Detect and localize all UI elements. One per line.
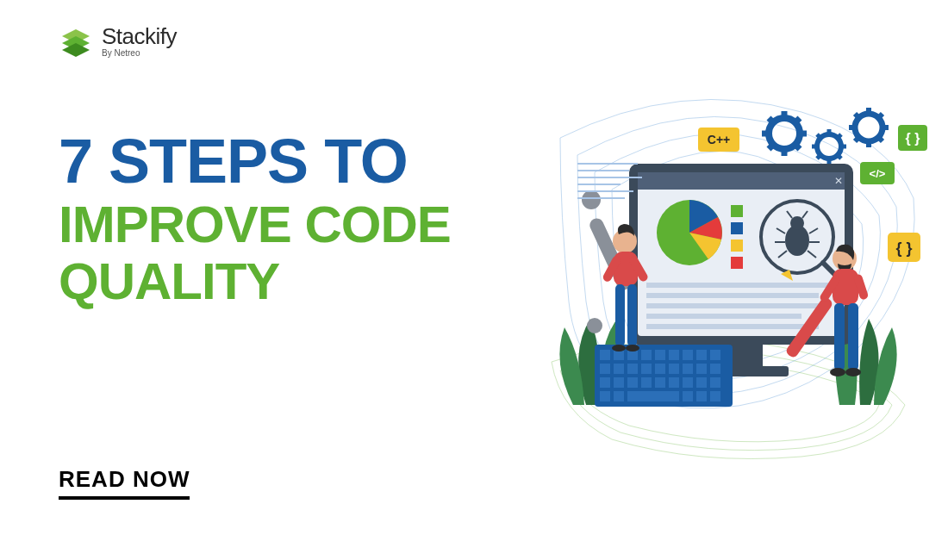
svg-rect-88 xyxy=(696,377,707,388)
svg-rect-4 xyxy=(638,172,845,190)
svg-rect-6 xyxy=(646,293,819,298)
svg-rect-75 xyxy=(641,364,652,374)
svg-point-98 xyxy=(587,318,602,333)
logo-text-group: Stackify By Netreo xyxy=(102,25,177,58)
svg-rect-9 xyxy=(646,324,819,329)
svg-rect-74 xyxy=(627,364,638,374)
svg-rect-5 xyxy=(646,283,836,288)
headline-line1: 7 STEPS TO xyxy=(59,129,541,195)
svg-line-33 xyxy=(795,118,800,122)
svg-rect-102 xyxy=(627,284,637,346)
svg-rect-86 xyxy=(669,377,679,388)
svg-line-42 xyxy=(838,134,841,138)
svg-rect-90 xyxy=(600,391,610,401)
svg-rect-78 xyxy=(683,364,693,374)
logo-brand-name: Stackify xyxy=(102,25,177,47)
svg-line-41 xyxy=(817,134,820,138)
svg-point-104 xyxy=(626,345,639,352)
svg-point-103 xyxy=(612,345,626,352)
svg-point-97 xyxy=(582,190,601,209)
svg-text:{ }: { } xyxy=(895,240,912,257)
svg-rect-11 xyxy=(731,205,743,217)
svg-rect-69 xyxy=(683,350,693,360)
svg-rect-89 xyxy=(710,377,720,388)
svg-rect-101 xyxy=(615,284,625,346)
stackify-logo-icon xyxy=(59,24,93,59)
braces-badge-1: { } xyxy=(898,125,927,151)
svg-line-34 xyxy=(769,145,773,149)
headline-line2: IMPROVE CODE QUALITY xyxy=(59,196,541,310)
svg-point-27 xyxy=(769,118,800,149)
gear-icon xyxy=(762,108,889,164)
keyboard-icon xyxy=(595,345,733,407)
svg-rect-14 xyxy=(731,257,743,269)
braces-badge-2: { } xyxy=(888,233,920,262)
svg-rect-67 xyxy=(655,350,665,360)
brand-logo: Stackify By Netreo xyxy=(59,24,177,59)
svg-rect-68 xyxy=(669,350,679,360)
svg-line-44 xyxy=(838,155,841,159)
svg-rect-112 xyxy=(848,303,858,370)
svg-rect-81 xyxy=(600,377,610,388)
svg-rect-76 xyxy=(655,364,665,374)
code-badge: </> xyxy=(860,162,895,184)
svg-line-43 xyxy=(817,155,820,159)
svg-rect-82 xyxy=(614,377,624,388)
svg-rect-12 xyxy=(731,222,743,234)
svg-line-53 xyxy=(878,137,883,141)
svg-rect-92 xyxy=(627,391,679,401)
svg-rect-13 xyxy=(731,240,743,252)
svg-line-52 xyxy=(855,137,859,141)
svg-rect-8 xyxy=(646,314,801,319)
pie-chart-icon xyxy=(657,200,722,265)
svg-rect-91 xyxy=(614,391,624,401)
svg-point-36 xyxy=(817,134,841,159)
svg-rect-77 xyxy=(669,364,679,374)
svg-rect-110 xyxy=(833,269,858,305)
svg-line-32 xyxy=(769,118,773,122)
svg-line-35 xyxy=(795,145,800,149)
svg-rect-7 xyxy=(646,303,827,308)
svg-rect-83 xyxy=(627,377,638,388)
svg-rect-70 xyxy=(696,350,707,360)
svg-rect-72 xyxy=(600,364,610,374)
svg-point-113 xyxy=(830,368,845,376)
svg-point-114 xyxy=(845,368,861,376)
svg-rect-63 xyxy=(600,350,610,360)
monitor-icon: ✕ xyxy=(629,164,853,376)
svg-text:{ }: { } xyxy=(906,131,920,146)
svg-text:C++: C++ xyxy=(708,133,730,146)
svg-rect-111 xyxy=(834,303,845,370)
svg-line-50 xyxy=(855,114,859,118)
svg-rect-66 xyxy=(641,350,652,360)
svg-rect-73 xyxy=(614,364,624,374)
headline: 7 STEPS TO IMPROVE CODE QUALITY xyxy=(59,129,541,310)
logo-byline: By Netreo xyxy=(102,49,177,58)
svg-rect-85 xyxy=(655,377,665,388)
svg-text:</>: </> xyxy=(870,167,886,180)
svg-rect-95 xyxy=(710,391,720,401)
close-icon: ✕ xyxy=(834,175,843,187)
svg-rect-84 xyxy=(641,377,652,388)
svg-line-51 xyxy=(878,114,883,118)
svg-rect-87 xyxy=(683,377,693,388)
cpp-badge: C++ xyxy=(698,128,739,152)
svg-rect-94 xyxy=(696,391,707,401)
hero-illustration: ✕ xyxy=(526,60,931,491)
svg-point-18 xyxy=(790,216,804,230)
svg-rect-93 xyxy=(683,391,693,401)
svg-rect-80 xyxy=(710,364,720,374)
read-now-link[interactable]: READ NOW xyxy=(59,466,190,500)
svg-rect-71 xyxy=(710,350,720,360)
svg-rect-79 xyxy=(696,364,707,374)
